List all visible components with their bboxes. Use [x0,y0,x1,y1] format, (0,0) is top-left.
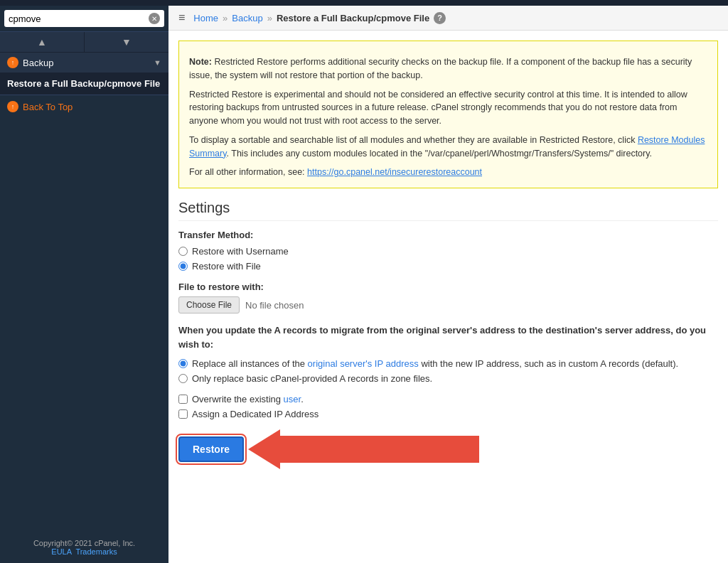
sidebar: ✕ ▲ ▼ ↑ Backup ▼ Restore a Full Backup/c… [0,6,168,563]
main-scroll: Note: Restricted Restore performs additi… [168,31,728,563]
content-area: ≡ Home » Backup » Restore a Full Backup/… [168,6,728,563]
red-arrow [248,429,479,469]
highlight-user: user [284,394,301,404]
radio-basic-input[interactable] [178,374,188,383]
sidebar-backup-section[interactable]: ↑ Backup ▼ [0,52,168,73]
sidebar-active-item[interactable]: Restore a Full Backup/cpmove File [0,73,168,95]
transfer-method-group: Transfer Method: Restore with Username R… [178,230,718,272]
radio-basic-option[interactable]: Only replace basic cPanel-provided A rec… [178,373,718,384]
checkbox-dedicated-label: Assign a Dedicated IP Address [192,409,318,419]
restore-button[interactable]: Restore [178,436,244,462]
footer-copyright: Copyright© 2021 cPanel, Inc. [7,539,161,547]
insecure-restore-link[interactable]: https://go.cpanel.net/insecurerestoreacc… [307,167,482,177]
chevron-down-icon: ▼ [154,58,161,67]
ip-question-group: When you update the A records to migrate… [178,323,718,384]
note-para2: To display a sortable and searchable lis… [189,134,707,161]
breadcrumb-sep1: » [223,13,228,23]
choose-file-button[interactable]: Choose File [178,296,240,313]
breadcrumb-sep2: » [267,13,272,23]
note-para1: Restricted Restore is experimental and s… [189,88,707,128]
note-para3: For all other information, see: https://… [189,166,707,179]
main-layout: ✕ ▲ ▼ ↑ Backup ▼ Restore a Full Backup/c… [0,6,728,563]
radio-username-option[interactable]: Restore with Username [178,246,718,257]
top-bar [0,0,728,6]
nav-arrows: ▲ ▼ [0,31,168,52]
radio-replace-all-text: Replace all instances of the original se… [192,358,678,369]
settings-area: Settings Transfer Method: Restore with U… [168,188,728,488]
radio-basic-label: Only replace basic cPanel-provided A rec… [192,373,432,384]
checkbox-overwrite-label: Overwrite the existing user. [192,394,304,404]
nav-down-button[interactable]: ▼ [85,32,168,52]
ip-question-text: When you update the A records to migrate… [178,323,718,351]
radio-replace-all-option[interactable]: Replace all instances of the original se… [178,358,718,369]
search-input[interactable] [9,14,149,24]
breadcrumb-home[interactable]: Home [193,13,218,23]
checkbox-overwrite-option[interactable]: Overwrite the existing user. [178,394,718,404]
checkbox-dedicated-input[interactable] [178,409,188,419]
note-para3-prefix: For all other information, see: [189,167,307,177]
back-to-top-icon: ↑ [7,101,18,112]
hamburger-icon[interactable]: ≡ [178,11,185,24]
no-file-text: No file chosen [245,300,304,311]
checkbox-group: Overwrite the existing user. Assign a De… [178,394,718,419]
file-input-row: Choose File No file chosen [178,296,718,313]
transfer-method-label: Transfer Method: [178,230,718,240]
search-clear-button[interactable]: ✕ [149,13,160,24]
footer-eula-link[interactable]: EULA [51,547,71,556]
highlight-original-ip: original server's IP address [308,358,419,369]
breadcrumb-current: Restore a Full Backup/cpmove File [277,13,429,23]
radio-file-label: Restore with File [192,261,261,272]
arrow-head [248,429,280,469]
search-box[interactable]: ✕ [4,10,164,27]
file-restore-label: File to restore with: [178,282,718,292]
sidebar-footer: Copyright© 2021 cPanel, Inc. EULA Tradem… [0,532,168,563]
settings-title: Settings [178,200,718,221]
back-to-top-link[interactable]: ↑ Back To Top [0,95,168,118]
restore-action-row: Restore [178,429,718,469]
file-restore-group: File to restore with: Choose File No fil… [178,282,718,313]
backup-icon: ↑ [7,57,18,68]
checkbox-overwrite-input[interactable] [178,395,188,404]
radio-file-input[interactable] [178,262,188,271]
breadcrumb-backup[interactable]: Backup [232,13,262,23]
radio-username-label: Restore with Username [192,246,289,257]
footer-trademarks-link[interactable]: Trademarks [75,547,117,556]
radio-username-input[interactable] [178,247,188,256]
arrow-body [280,436,479,463]
note-label: Note: [189,57,212,67]
nav-up-button[interactable]: ▲ [0,32,85,52]
note-text: Restricted Restore performs additional s… [189,57,692,80]
radio-file-option[interactable]: Restore with File [178,261,718,272]
help-icon[interactable]: ? [434,12,446,24]
breadcrumb: ≡ Home » Backup » Restore a Full Backup/… [168,6,728,31]
note-box: Note: Restricted Restore performs additi… [178,41,718,188]
sidebar-backup-label: Backup [23,58,154,68]
back-to-top-label: Back To Top [23,102,73,112]
checkbox-dedicated-option[interactable]: Assign a Dedicated IP Address [178,409,718,419]
note-para2-prefix: To display a sortable and searchable lis… [189,135,638,145]
radio-replace-all-input[interactable] [178,359,188,368]
note-para2-suffix: . This includes any custom modules locat… [227,149,652,159]
